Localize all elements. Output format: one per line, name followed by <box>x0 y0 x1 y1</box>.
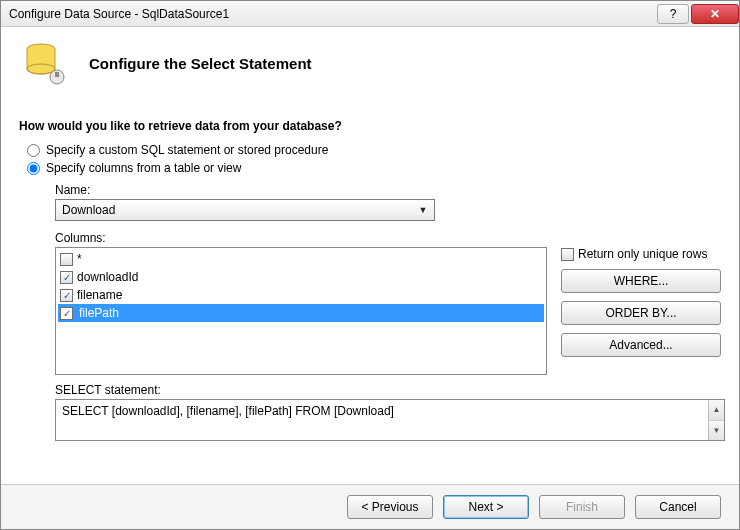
page-title: Configure the Select Statement <box>89 55 312 72</box>
checkbox-unique[interactable] <box>561 248 574 261</box>
dialog-body: How would you like to retrieve data from… <box>1 97 739 484</box>
unique-rows-checkbox[interactable]: Return only unique rows <box>561 247 721 261</box>
cancel-button[interactable]: Cancel <box>635 495 721 519</box>
checkbox-filepath[interactable]: ✓ <box>60 307 73 320</box>
columns-label: Columns: <box>55 231 721 245</box>
name-label: Name: <box>55 183 721 197</box>
right-options: Return only unique rows WHERE... ORDER B… <box>561 247 721 375</box>
column-label: filePath <box>77 306 169 320</box>
column-label: filename <box>77 288 122 302</box>
radio-custom-sql-label: Specify a custom SQL statement or stored… <box>46 143 328 157</box>
close-icon: ✕ <box>710 7 720 21</box>
window-title: Configure Data Source - SqlDataSource1 <box>9 7 655 21</box>
help-icon: ? <box>670 7 677 21</box>
table-name-value: Download <box>62 203 115 217</box>
svg-rect-3 <box>55 72 59 77</box>
column-item-star[interactable]: * <box>58 250 544 268</box>
advanced-button-label: Advanced... <box>609 338 672 352</box>
checkbox-star[interactable] <box>60 253 73 266</box>
table-name-dropdown[interactable]: Download ▼ <box>55 199 435 221</box>
column-item-downloadid[interactable]: ✓ downloadId <box>58 268 544 286</box>
columns-list[interactable]: * ✓ downloadId ✓ filename ✓ filePath <box>55 247 547 375</box>
checkbox-filename[interactable]: ✓ <box>60 289 73 302</box>
unique-rows-label: Return only unique rows <box>578 247 707 261</box>
orderby-button[interactable]: ORDER BY... <box>561 301 721 325</box>
cancel-button-label: Cancel <box>659 500 696 514</box>
finish-button: Finish <box>539 495 625 519</box>
close-button[interactable]: ✕ <box>691 4 739 24</box>
column-label: downloadId <box>77 270 138 284</box>
select-statement-label: SELECT statement: <box>55 383 721 397</box>
titlebar: Configure Data Source - SqlDataSource1 ?… <box>1 1 739 27</box>
radio-specify-columns-label: Specify columns from a table or view <box>46 161 241 175</box>
previous-button[interactable]: < Previous <box>347 495 433 519</box>
where-button-label: WHERE... <box>614 274 669 288</box>
dialog-footer: < Previous Next > Finish Cancel <box>1 484 739 529</box>
dialog-window: Configure Data Source - SqlDataSource1 ?… <box>0 0 740 530</box>
columns-area: * ✓ downloadId ✓ filename ✓ filePath <box>55 247 721 375</box>
where-button[interactable]: WHERE... <box>561 269 721 293</box>
dialog-header: Configure the Select Statement <box>1 27 739 97</box>
next-button-label: Next > <box>468 500 503 514</box>
scroll-up-icon[interactable]: ▲ <box>709 400 724 421</box>
select-statement-box[interactable]: SELECT [downloadId], [filename], [filePa… <box>55 399 725 441</box>
finish-button-label: Finish <box>566 500 598 514</box>
radio-specify-columns-input[interactable] <box>27 162 40 175</box>
select-statement-text: SELECT [downloadId], [filename], [filePa… <box>62 404 394 418</box>
statement-scroll[interactable]: ▲ ▼ <box>708 400 724 440</box>
column-item-filepath[interactable]: ✓ filePath <box>58 304 544 322</box>
help-button[interactable]: ? <box>657 4 689 24</box>
columns-config: Name: Download ▼ Columns: * ✓ downloadId <box>55 183 721 441</box>
column-item-filename[interactable]: ✓ filename <box>58 286 544 304</box>
database-icon <box>19 39 67 87</box>
orderby-button-label: ORDER BY... <box>605 306 676 320</box>
previous-button-label: < Previous <box>361 500 418 514</box>
chevron-down-icon: ▼ <box>416 205 430 215</box>
advanced-button[interactable]: Advanced... <box>561 333 721 357</box>
scroll-down-icon[interactable]: ▼ <box>709 421 724 441</box>
column-label: * <box>77 252 82 266</box>
radio-custom-sql[interactable]: Specify a custom SQL statement or stored… <box>19 143 721 157</box>
question-text: How would you like to retrieve data from… <box>19 119 721 133</box>
checkbox-downloadid[interactable]: ✓ <box>60 271 73 284</box>
radio-custom-sql-input[interactable] <box>27 144 40 157</box>
radio-specify-columns[interactable]: Specify columns from a table or view <box>19 161 721 175</box>
next-button[interactable]: Next > <box>443 495 529 519</box>
